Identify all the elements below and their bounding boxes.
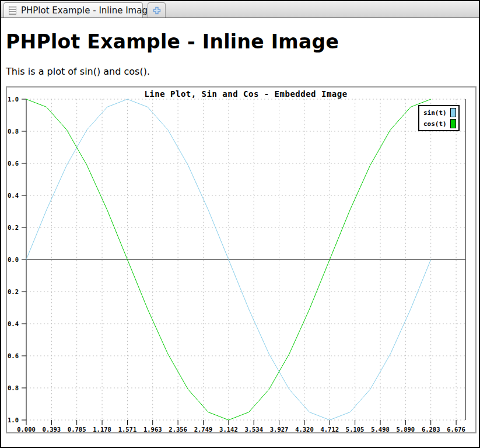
svg-text:5.890: 5.890 (397, 426, 415, 432)
legend-label: cos(t) (423, 120, 447, 128)
svg-text:0.785: 0.785 (68, 426, 86, 432)
svg-text:6.283: 6.283 (422, 426, 440, 432)
svg-text:2.749: 2.749 (194, 426, 213, 432)
svg-text:-0.6: -0.6 (7, 352, 19, 359)
chart-legend: sin(t) cos(t) (418, 105, 460, 131)
svg-text:-0.4: -0.4 (7, 320, 19, 327)
svg-text:1.571: 1.571 (118, 426, 137, 432)
svg-text:6.676: 6.676 (447, 426, 465, 432)
svg-text:-0.8: -0.8 (7, 384, 19, 391)
svg-text:-0.2: -0.2 (7, 288, 19, 295)
legend-swatch-cos (450, 119, 456, 128)
plot-svg: 1.00.80.60.40.20.0-0.2-0.4-0.6-0.8-1.00.… (7, 88, 475, 432)
svg-text:0.6: 0.6 (8, 160, 19, 167)
svg-text:4.320: 4.320 (295, 426, 314, 432)
document-icon (9, 6, 16, 15)
svg-text:0.0: 0.0 (8, 256, 19, 263)
svg-text:0.000: 0.000 (17, 426, 36, 432)
svg-text:-1.0: -1.0 (7, 416, 19, 424)
svg-text:3.927: 3.927 (270, 426, 289, 432)
svg-text:1.963: 1.963 (143, 426, 162, 432)
new-tab-button[interactable] (148, 2, 166, 18)
svg-text:0.2: 0.2 (8, 224, 19, 231)
intro-text: This is a plot of sin() and cos(). (6, 66, 474, 77)
chart-title: Line Plot, Sin and Cos - Embedded Image (26, 89, 465, 99)
svg-text:5.498: 5.498 (371, 426, 390, 432)
plus-icon (152, 6, 162, 15)
page-content: PHPlot Example - Inline Image This is a … (1, 30, 479, 433)
svg-text:1.0: 1.0 (8, 96, 19, 103)
legend-label: sin(t) (423, 109, 447, 117)
svg-text:0.8: 0.8 (8, 128, 19, 135)
svg-text:2.356: 2.356 (169, 426, 187, 432)
tab-phplot-example[interactable]: PHPlot Example - Inline Image (3, 2, 143, 18)
legend-swatch-sin (450, 108, 456, 117)
svg-text:5.105: 5.105 (346, 426, 365, 432)
svg-text:1.178: 1.178 (93, 426, 111, 432)
svg-text:3.534: 3.534 (244, 426, 263, 432)
legend-item-sin: sin(t) (423, 108, 456, 117)
chart-image: 1.00.80.60.40.20.0-0.2-0.4-0.6-0.8-1.00.… (6, 86, 477, 433)
tab-title: PHPlot Example - Inline Image (21, 5, 153, 16)
legend-item-cos: cos(t) (423, 119, 456, 128)
svg-text:3.142: 3.142 (219, 426, 238, 432)
tab-bar: PHPlot Example - Inline Image (1, 1, 479, 18)
page-title: PHPlot Example - Inline Image (6, 30, 474, 53)
svg-text:4.712: 4.712 (320, 426, 339, 432)
browser-window: PHPlot Example - Inline Image PHPlot Exa… (0, 0, 480, 448)
svg-text:0.4: 0.4 (8, 192, 19, 199)
svg-text:0.393: 0.393 (43, 426, 61, 432)
